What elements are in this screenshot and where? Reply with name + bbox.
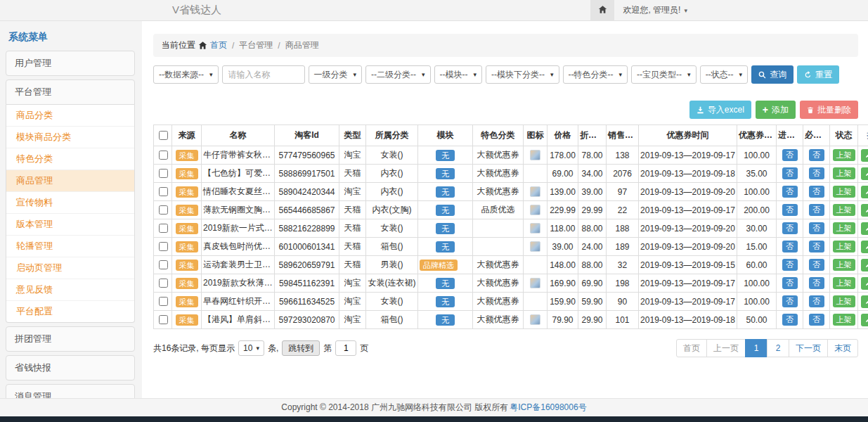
filter-select[interactable]: 一级分类▾ — [309, 65, 363, 84]
reset-button[interactable]: 重置 — [797, 65, 839, 84]
filter-select[interactable]: --宝贝类型--▾ — [631, 65, 697, 84]
status-button[interactable]: 上架 — [833, 222, 855, 234]
must-buy-toggle[interactable]: 否 — [809, 259, 824, 271]
page-button[interactable]: 末页 — [827, 339, 858, 357]
must-buy-toggle[interactable]: 否 — [809, 241, 824, 252]
sidebar-subitem[interactable]: 商品管理 — [6, 170, 134, 192]
sidebar-item[interactable]: 省钱快报 — [6, 355, 135, 381]
batch-delete-button[interactable]: 批量删除 — [800, 101, 858, 119]
edit-button[interactable] — [861, 222, 868, 235]
filter-select[interactable]: --模块下分类--▾ — [486, 65, 559, 84]
must-buy-toggle[interactable]: 否 — [809, 149, 824, 161]
row-checkbox[interactable] — [159, 224, 168, 233]
sidebar-subitem[interactable]: 商品分类 — [6, 105, 134, 127]
must-buy-cell: 否 — [803, 201, 830, 219]
page-button[interactable]: 下一页 — [789, 339, 828, 357]
sidebar-subitem[interactable]: 轮播管理 — [6, 236, 134, 257]
row-checkbox[interactable] — [159, 187, 168, 196]
status-button[interactable]: 上架 — [833, 277, 855, 289]
row-checkbox[interactable] — [159, 169, 168, 178]
row-checkbox[interactable] — [159, 315, 168, 324]
import-select-toggle[interactable]: 否 — [782, 186, 798, 198]
discount-price: 59.90 — [578, 293, 607, 311]
import-select-toggle[interactable]: 否 — [782, 222, 798, 234]
edit-button[interactable] — [861, 259, 868, 271]
status-button[interactable]: 上架 — [833, 204, 855, 216]
must-buy-toggle[interactable]: 否 — [809, 222, 824, 234]
sidebar-subitem[interactable]: 意见反馈 — [6, 279, 134, 301]
import-select-toggle[interactable]: 否 — [782, 259, 798, 271]
page-input[interactable] — [335, 340, 356, 356]
edit-button[interactable] — [861, 277, 868, 290]
import-select-toggle[interactable]: 否 — [782, 295, 798, 307]
page-button[interactable]: 2 — [767, 339, 789, 357]
select-all-checkbox[interactable] — [159, 131, 168, 140]
import-select-toggle[interactable]: 否 — [782, 241, 798, 252]
import-select-toggle[interactable]: 否 — [782, 277, 798, 289]
page-button[interactable]: 1 — [745, 339, 767, 357]
filter-select[interactable]: --特色分类--▾ — [563, 65, 628, 84]
edit-button[interactable] — [861, 186, 868, 198]
per-page-select[interactable]: 10 ▾ — [238, 340, 264, 356]
home-button[interactable] — [590, 0, 614, 20]
product-name: 薄款无钢圈文胸聚拢性... — [202, 201, 275, 219]
status-button[interactable]: 上架 — [833, 259, 855, 271]
import-select-toggle[interactable]: 否 — [782, 167, 798, 179]
edit-button[interactable] — [861, 241, 868, 253]
row-checkbox[interactable] — [159, 297, 168, 306]
page-button[interactable]: 上一页 — [706, 339, 746, 357]
must-buy-toggle[interactable]: 否 — [809, 314, 824, 326]
filter-select[interactable]: --模块--▾ — [434, 65, 483, 84]
status-button[interactable]: 上架 — [833, 314, 855, 326]
breadcrumb-home-link[interactable]: 首页 — [210, 39, 227, 51]
edit-button[interactable] — [861, 314, 868, 326]
sidebar-subitem[interactable]: 模块商品分类 — [6, 127, 134, 148]
must-buy-toggle[interactable]: 否 — [809, 295, 824, 307]
edit-button[interactable] — [861, 295, 868, 308]
sidebar-subitem[interactable]: 特色分类 — [6, 148, 134, 170]
status-button[interactable]: 上架 — [833, 241, 855, 252]
status-button[interactable]: 上架 — [833, 186, 855, 198]
row-checkbox[interactable] — [159, 260, 168, 269]
row-checkbox[interactable] — [159, 151, 168, 160]
search-button[interactable]: 查询 — [751, 65, 793, 84]
must-buy-toggle[interactable]: 否 — [809, 277, 824, 289]
sidebar-item[interactable]: 消息管理 — [6, 384, 135, 398]
page-button[interactable]: 首页 — [676, 339, 707, 357]
sidebar-subitem[interactable]: 启动页管理 — [6, 257, 134, 279]
edit-button[interactable] — [861, 167, 868, 180]
must-buy-toggle[interactable]: 否 — [809, 167, 824, 179]
name-search-input[interactable] — [222, 65, 305, 84]
import-select-toggle[interactable]: 否 — [782, 204, 798, 216]
status-cell: 上架 — [830, 146, 858, 165]
must-buy-toggle[interactable]: 否 — [809, 204, 824, 216]
source-badge: 采集 — [176, 260, 198, 271]
edit-button[interactable] — [861, 149, 868, 162]
sidebar-subitem[interactable]: 平台配置 — [6, 301, 134, 322]
row-checkbox[interactable] — [159, 205, 168, 215]
row-checkbox[interactable] — [159, 279, 168, 288]
user-menu[interactable]: 欢迎您, 管理员! ▾ — [614, 0, 696, 20]
import-select-toggle[interactable]: 否 — [782, 149, 798, 161]
sidebar-subitem[interactable]: 宣传物料 — [6, 192, 134, 214]
sidebar-item[interactable]: 拼团管理 — [6, 326, 135, 352]
edit-button[interactable] — [861, 204, 868, 217]
main-content: 当前位置 首页 / 平台管理 / 商品管理 --数据来源--▾一级分类▾--二级… — [142, 21, 868, 398]
status-button[interactable]: 上架 — [833, 295, 855, 307]
filter-select[interactable]: --数据来源--▾ — [153, 65, 219, 84]
status-button[interactable]: 上架 — [833, 149, 855, 161]
add-button[interactable]: + 添加 — [756, 101, 796, 119]
sidebar-item[interactable]: 用户管理 — [6, 51, 135, 76]
row-checkbox[interactable] — [159, 242, 168, 251]
breadcrumb: 当前位置 首页 / 平台管理 / 商品管理 — [153, 34, 858, 57]
icp-link[interactable]: 粤ICP备16098006号 — [510, 402, 586, 414]
status-button[interactable]: 上架 — [833, 167, 855, 179]
filter-select[interactable]: --状态--▾ — [700, 65, 749, 84]
import-select-toggle[interactable]: 否 — [782, 314, 798, 326]
must-buy-toggle[interactable]: 否 — [809, 186, 824, 198]
sidebar-item[interactable]: 平台管理 — [6, 79, 135, 105]
filter-select[interactable]: --二级分类--▾ — [365, 65, 431, 84]
import-excel-button[interactable]: 导入excel — [689, 101, 751, 119]
jump-button[interactable]: 跳转到 — [282, 340, 320, 356]
sidebar-subitem[interactable]: 版本管理 — [6, 214, 134, 236]
